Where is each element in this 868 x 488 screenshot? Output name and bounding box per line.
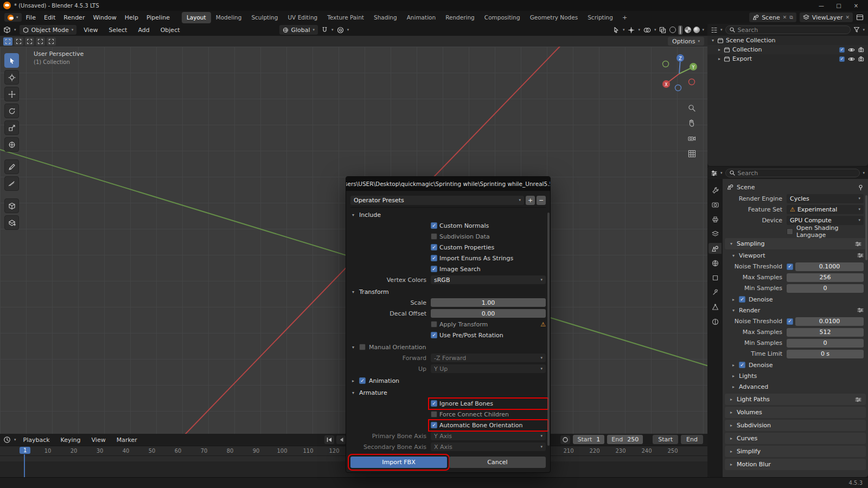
scale-tool[interactable]	[4, 120, 19, 135]
properties-scrollbar[interactable]	[865, 195, 867, 260]
hide-eye-icon[interactable]	[848, 47, 855, 53]
outliner-editor-icon[interactable]	[711, 27, 718, 34]
outliner-search-input[interactable]: Search	[725, 25, 851, 34]
scene-selector[interactable]: Scene ✕ ⧉	[749, 12, 796, 22]
remove-preset-button[interactable]: −	[537, 196, 546, 205]
cursor-tool[interactable]	[4, 70, 19, 85]
menu-edit[interactable]: Edit	[40, 12, 59, 23]
disable-render-camera-icon[interactable]	[858, 56, 865, 62]
outliner-row-scene-collection[interactable]: ▾ Scene Collection	[707, 36, 868, 45]
add-preset-button[interactable]: +	[526, 196, 535, 205]
menu-add[interactable]: Add	[134, 25, 153, 35]
object-mode-dropdown[interactable]: Object Mode ▾	[20, 25, 77, 35]
custom-normals-checkbox[interactable]: ✓	[431, 222, 437, 229]
set-end-button[interactable]: End	[681, 435, 703, 444]
transform-section-header[interactable]: ▾ Transform	[350, 286, 546, 297]
denoise-checkbox[interactable]: ✓	[739, 362, 745, 368]
simplify-panel[interactable]: ▸ Simplify	[725, 446, 866, 457]
noise-threshold-checkbox[interactable]: ✓	[787, 318, 793, 325]
move-tool[interactable]	[4, 87, 19, 101]
tab-texture-paint[interactable]: Texture Paint	[322, 12, 369, 23]
preset-tune-icon[interactable]	[855, 241, 861, 247]
interactive-add-tool[interactable]	[4, 215, 19, 230]
close-button[interactable]: ×	[847, 0, 865, 11]
collection-enable-checkbox[interactable]: ✓	[839, 56, 845, 62]
ignore-leaf-bones-checkbox[interactable]: ✓	[431, 400, 437, 407]
snap-magnet-icon[interactable]	[321, 27, 328, 34]
viewport-subpanel-header[interactable]: ▾ Viewport	[723, 250, 868, 261]
viewlayer-add-icon[interactable]	[856, 14, 864, 21]
window-titlebar[interactable]: * (Unsaved) - Blender 4.5.3 LTS — □ ×	[0, 0, 868, 11]
menu-view[interactable]: View	[88, 435, 110, 445]
proportional-edit-icon[interactable]	[337, 27, 344, 34]
tab-modeling[interactable]: Modeling	[211, 12, 247, 23]
properties-search-input[interactable]: Search	[725, 169, 860, 177]
custom-properties-checkbox[interactable]: ✓	[431, 244, 437, 251]
max-samples-field[interactable]: 512	[787, 328, 864, 337]
measure-tool[interactable]	[4, 176, 19, 191]
expand-caret-icon[interactable]: ▾	[711, 38, 715, 43]
pan-hand-icon[interactable]	[687, 118, 697, 128]
camera-view-icon[interactable]	[687, 133, 697, 143]
preset-tune-icon[interactable]	[855, 397, 861, 402]
tab-layout[interactable]: Layout	[182, 12, 211, 23]
osl-checkbox[interactable]	[787, 228, 793, 235]
include-section-header[interactable]: ▾ Include	[350, 209, 546, 220]
viewlayer-selector[interactable]: ViewLayer ✕	[800, 12, 853, 22]
add-workspace-button[interactable]: +	[618, 12, 631, 23]
expand-caret-icon[interactable]: ▸	[717, 47, 722, 52]
import-fbx-button[interactable]: Import FBX	[350, 457, 447, 468]
timeline-editor-icon[interactable]	[3, 436, 11, 444]
tab-shading[interactable]: Shading	[369, 12, 402, 23]
pin-icon[interactable]	[858, 184, 864, 190]
gizmos-dropdown-icon[interactable]	[628, 27, 635, 34]
tab-sculpting[interactable]: Sculpting	[246, 12, 283, 23]
operator-presets-dropdown[interactable]: Operator Presets ▾	[350, 196, 524, 205]
expand-caret-icon[interactable]: ▸	[717, 56, 722, 61]
preset-tune-icon[interactable]	[857, 307, 864, 313]
rotate-tool[interactable]	[4, 104, 19, 118]
tab-scripting[interactable]: Scripting	[583, 12, 618, 23]
frame-start-field[interactable]: Start 1	[573, 435, 604, 444]
add-cube-tool[interactable]	[4, 198, 19, 213]
world-tab-icon[interactable]	[709, 258, 722, 268]
min-samples-field[interactable]: 0	[787, 284, 864, 293]
manual-orientation-section-header[interactable]: ▾ Manual Orientation	[350, 342, 546, 352]
use-pre-post-rotation-checkbox[interactable]: ✓	[431, 332, 437, 338]
force-connect-children-checkbox[interactable]	[431, 411, 437, 418]
vertex-colors-dropdown[interactable]: sRGB ▾	[431, 275, 546, 284]
data-tab-icon[interactable]	[709, 301, 722, 312]
lights-subpanel[interactable]: ▸ Lights	[723, 370, 868, 381]
scale-field[interactable]: 1.00	[431, 298, 546, 307]
decal-offset-field[interactable]: 0.00	[431, 309, 546, 318]
render-tab-icon[interactable]	[709, 199, 722, 210]
select-mode-subtract-button[interactable]	[25, 37, 34, 46]
options-dropdown[interactable]: Options ▾	[668, 37, 704, 46]
max-samples-field[interactable]: 256	[787, 273, 864, 282]
menu-object[interactable]: Object	[157, 25, 184, 35]
selectability-filter-icon[interactable]	[612, 27, 620, 34]
noise-threshold-field[interactable]: 0.1000	[795, 262, 864, 271]
up-dropdown[interactable]: Y Up ▾	[431, 364, 546, 373]
select-mode-set-button[interactable]	[3, 37, 12, 46]
collection-enable-checkbox[interactable]: ✓	[839, 47, 845, 53]
auto-keying-record-button[interactable]	[560, 435, 570, 444]
chevron-down-icon[interactable]: ▾	[638, 28, 640, 32]
device-dropdown[interactable]: GPU Compute ▾	[787, 216, 864, 225]
tab-compositing[interactable]: Compositing	[480, 12, 525, 23]
chevron-down-icon[interactable]: ▾	[654, 28, 656, 32]
menu-window[interactable]: Window	[89, 12, 120, 23]
axis-navigation-gizmo[interactable]: Z Y X	[659, 52, 700, 93]
import-enums-checkbox[interactable]: ✓	[431, 255, 437, 261]
frame-end-field[interactable]: End 250	[607, 435, 643, 444]
maximize-button[interactable]: □	[830, 0, 847, 11]
subdivision-data-checkbox[interactable]	[431, 233, 437, 240]
tab-uv-editing[interactable]: UV Editing	[283, 12, 322, 23]
advanced-subpanel[interactable]: ▸ Advanced	[723, 381, 868, 392]
disable-render-camera-icon[interactable]	[858, 47, 865, 53]
object-tab-icon[interactable]	[709, 272, 722, 283]
remove-viewlayer-icon[interactable]: ✕	[845, 15, 850, 20]
dialog-title-bar[interactable]: C:\Users\USER\Desktop\quickmagic\Sprinti…	[346, 177, 550, 191]
select-mode-invert-button[interactable]	[36, 37, 45, 46]
output-tab-icon[interactable]	[709, 214, 722, 224]
